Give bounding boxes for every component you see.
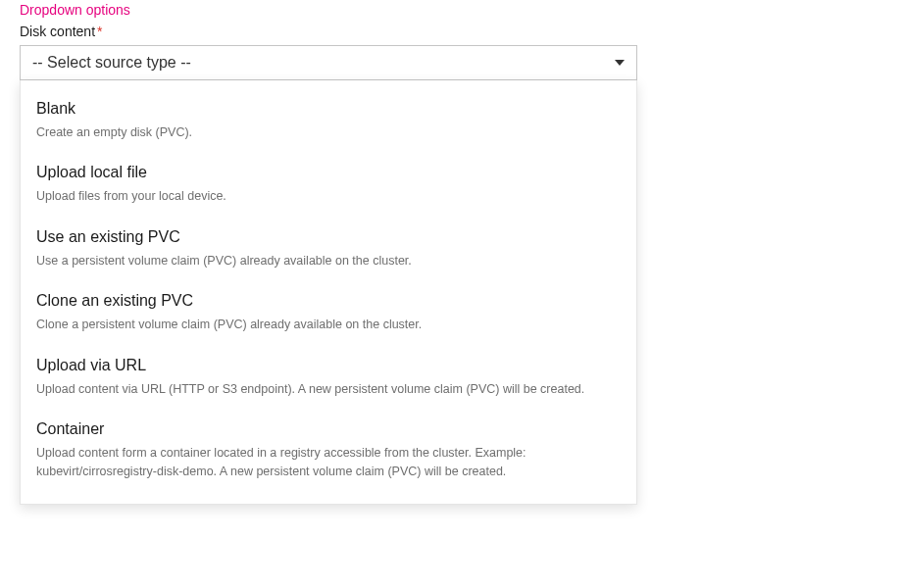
option-description: Upload files from your local device.: [36, 187, 621, 206]
required-indicator: *: [97, 24, 102, 39]
option-title: Blank: [36, 100, 621, 118]
option-description: Clone a persistent volume claim (PVC) al…: [36, 316, 621, 334]
option-title: Upload via URL: [36, 357, 621, 374]
option-clone-existing-pvc[interactable]: Clone an existing PVC Clone a persistent…: [21, 280, 636, 344]
option-title: Upload local file: [36, 164, 621, 181]
option-blank[interactable]: Blank Create an empty disk (PVC).: [21, 88, 636, 152]
option-title: Use an existing PVC: [36, 228, 621, 246]
option-description: Use a persistent volume claim (PVC) alre…: [36, 252, 621, 270]
option-description: Upload content via URL (HTTP or S3 endpo…: [36, 380, 621, 399]
field-label-text: Disk content: [20, 24, 95, 39]
option-upload-via-url[interactable]: Upload via URL Upload content via URL (H…: [21, 345, 636, 409]
source-type-select: -- Select source type -- Blank Create an…: [20, 45, 637, 80]
option-use-existing-pvc[interactable]: Use an existing PVC Use a persistent vol…: [21, 217, 636, 280]
option-upload-local-file[interactable]: Upload local file Upload files from your…: [21, 152, 636, 216]
section-header: Dropdown options: [20, 2, 882, 18]
field-label: Disk content*: [20, 24, 882, 39]
option-title: Clone an existing PVC: [36, 292, 621, 310]
select-placeholder: -- Select source type --: [32, 54, 191, 72]
caret-down-icon: [615, 60, 625, 66]
option-container[interactable]: Container Upload content form a containe…: [21, 409, 636, 492]
select-trigger[interactable]: -- Select source type --: [20, 45, 637, 80]
option-title: Container: [36, 420, 621, 438]
option-description: Create an empty disk (PVC).: [36, 123, 621, 142]
option-description: Upload content form a container located …: [36, 444, 621, 482]
dropdown-panel: Blank Create an empty disk (PVC). Upload…: [20, 80, 637, 505]
